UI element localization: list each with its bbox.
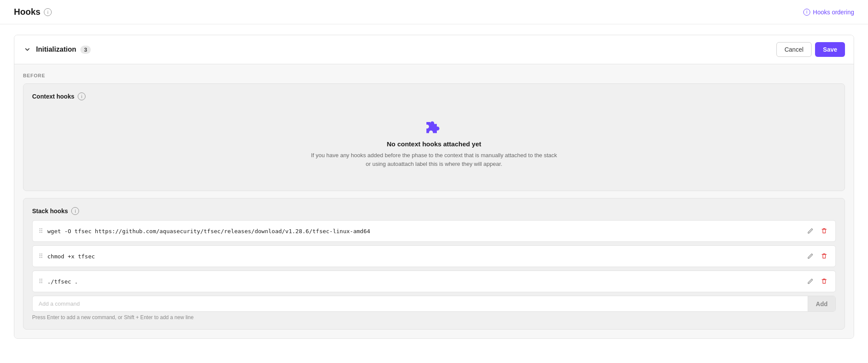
- context-hooks-box: Context hooks i No context hooks attache…: [23, 83, 845, 191]
- stack-hooks-title: Stack hooks: [32, 208, 68, 214]
- page-title-group: Hooks i: [14, 7, 52, 17]
- section-title-group: Initialization 3: [23, 45, 91, 54]
- pencil-icon-3: [807, 278, 814, 285]
- before-label: BEFORE: [23, 73, 845, 78]
- hook-actions-1: [805, 226, 829, 236]
- context-hooks-info-icon[interactable]: i: [78, 92, 86, 100]
- hook-command-3: ./tfsec .: [47, 278, 805, 285]
- context-hooks-header: Context hooks i: [32, 92, 836, 100]
- stack-hooks-header: Stack hooks i: [32, 207, 836, 215]
- hook-row-1: ⠿ wget -O tfsec https://github.com/aquas…: [32, 220, 836, 242]
- collapse-button[interactable]: [23, 45, 32, 54]
- hooks-ordering-link-icon: i: [803, 9, 810, 16]
- drag-handle-1[interactable]: ⠿: [39, 228, 43, 234]
- trash-icon-1: [821, 228, 828, 234]
- context-hooks-empty-desc: If you have any hooks added before the p…: [311, 151, 557, 168]
- hook-actions-2: [805, 251, 829, 261]
- hook-row-3: ⠿ ./tfsec .: [32, 271, 836, 292]
- section-header: Initialization 3 Cancel Save: [14, 35, 854, 64]
- add-command-input-group: Add: [32, 296, 836, 312]
- section-actions: Cancel Save: [776, 42, 845, 57]
- add-command-input[interactable]: [33, 296, 808, 311]
- hook-delete-button-3[interactable]: [819, 276, 829, 287]
- hooks-ordering-link[interactable]: i Hooks ordering: [803, 9, 854, 16]
- main-content: Initialization 3 Cancel Save BEFORE Cont…: [0, 24, 868, 349]
- trash-icon-2: [821, 253, 828, 260]
- hooks-info-icon[interactable]: i: [44, 8, 52, 16]
- add-command-row: Add Press Enter to add a new command, or…: [32, 296, 836, 320]
- hook-command-2: chmod +x tfsec: [47, 253, 805, 260]
- context-hooks-empty-state: No context hooks attached yet If you hav…: [32, 106, 836, 182]
- hook-command-1: wget -O tfsec https://github.com/aquasec…: [47, 228, 805, 234]
- add-hint: Press Enter to add a new command, or Shi…: [32, 314, 836, 320]
- page-title: Hooks: [14, 7, 40, 17]
- hook-edit-button-3[interactable]: [805, 276, 815, 287]
- trash-icon-3: [821, 278, 828, 285]
- pencil-icon-2: [807, 253, 814, 260]
- hook-delete-button-1[interactable]: [819, 226, 829, 236]
- section-title: Initialization: [36, 46, 76, 53]
- initialization-section: Initialization 3 Cancel Save BEFORE Cont…: [14, 35, 854, 339]
- chevron-down-icon: [24, 46, 31, 53]
- hook-edit-button-1[interactable]: [805, 226, 815, 236]
- hook-delete-button-2[interactable]: [819, 251, 829, 261]
- drag-handle-2[interactable]: ⠿: [39, 253, 43, 260]
- hooks-ordering-label: Hooks ordering: [813, 9, 854, 16]
- drag-handle-3[interactable]: ⠿: [39, 278, 43, 285]
- stack-hooks-box: Stack hooks i ⠿ wget -O tfsec https://gi…: [23, 198, 845, 330]
- hook-actions-3: [805, 276, 829, 287]
- pencil-icon-1: [807, 228, 814, 234]
- section-badge: 3: [80, 46, 90, 54]
- section-body: BEFORE Context hooks i No context hooks …: [14, 64, 854, 338]
- hook-row-2: ⠿ chmod +x tfsec: [32, 245, 836, 267]
- save-button[interactable]: Save: [815, 42, 845, 57]
- context-hooks-title: Context hooks: [32, 93, 74, 100]
- add-command-button[interactable]: Add: [808, 296, 835, 311]
- hook-edit-button-2[interactable]: [805, 251, 815, 261]
- page-header: Hooks i i Hooks ordering: [0, 0, 868, 24]
- stack-hooks-info-icon[interactable]: i: [71, 207, 79, 215]
- context-hooks-empty-title: No context hooks attached yet: [387, 140, 482, 148]
- cancel-button[interactable]: Cancel: [776, 42, 812, 57]
- puzzle-icon: [424, 119, 445, 140]
